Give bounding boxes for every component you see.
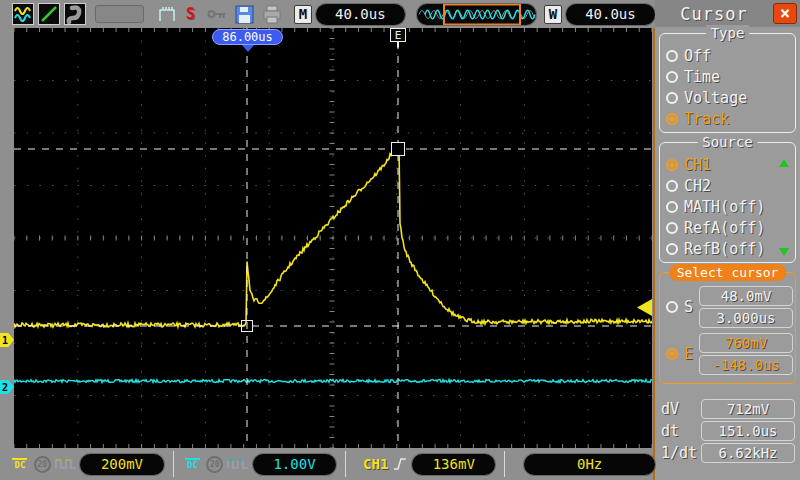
- option-label: Track: [684, 110, 729, 128]
- channel-status-bar: DC 20 200mV DC 20 1.00V CH1 136mV 0Hz: [0, 448, 655, 480]
- divider: [504, 451, 505, 477]
- waveform-display: E: [14, 28, 652, 448]
- dt-value: 151.0us: [701, 421, 795, 441]
- select-cursor-button[interactable]: Select cursor: [669, 264, 787, 281]
- window-timebase-badge: W: [544, 5, 562, 24]
- source-option-math[interactable]: MATH(off): [666, 196, 791, 217]
- delta-readouts: dV 712mV dt 151.0us 1/dt 6.62kHz: [659, 398, 796, 464]
- inverse-dt-readout: 1/dt 6.62kHz: [661, 442, 796, 464]
- graticule-area: E 86.00us: [14, 28, 652, 448]
- ch1-scale: 200mV: [80, 454, 163, 475]
- ch2-bandwidth-icon: 20: [206, 456, 223, 473]
- source-group-legend: Source: [697, 134, 758, 150]
- source-option-ch2[interactable]: CH2: [666, 175, 791, 196]
- end-cursor-voltage: 760mV: [699, 333, 793, 353]
- start-cursor-label: S: [684, 298, 693, 316]
- start-cursor-row[interactable]: S 48.0mV 3.000us: [666, 286, 791, 328]
- toolbar-empty-slot: [95, 5, 144, 23]
- ch1-probe-wave-icon: [55, 457, 77, 471]
- menu-title: Cursor: [655, 4, 773, 24]
- ch2-ground-marker: 2: [0, 380, 14, 394]
- start-cursor-time: 3.000us: [699, 308, 793, 328]
- end-cursor-label: E: [684, 345, 693, 363]
- channel-waves-button[interactable]: [12, 3, 34, 25]
- dv-value: 712mV: [701, 399, 795, 419]
- save-button[interactable]: [235, 5, 254, 24]
- key-lock-icon: [207, 7, 227, 21]
- ch1-coupling-icon: DC: [10, 458, 30, 470]
- type-option-time[interactable]: Time: [666, 66, 791, 87]
- end-cursor-row[interactable]: E 760mV -148.0us: [666, 333, 791, 375]
- type-group: Type Off Time Voltage Track: [659, 33, 796, 133]
- end-cursor-flag: E: [391, 29, 406, 48]
- radio-icon: [666, 201, 678, 213]
- select-cursor-group: Select cursor S 48.0mV 3.000us E 760mV -…: [659, 272, 796, 384]
- scroll-down-icon[interactable]: [779, 248, 789, 256]
- inverse-dt-label: 1/dt: [661, 444, 701, 462]
- dv-label: dV: [661, 400, 701, 418]
- trigger-frequency: 0Hz: [524, 454, 655, 475]
- source-option-refb[interactable]: RefB(off): [666, 238, 791, 259]
- scroll-up-icon[interactable]: [779, 159, 789, 167]
- option-label: Time: [684, 68, 720, 86]
- main-timebase-value: 40.0us: [316, 4, 405, 25]
- radio-icon: [666, 301, 678, 313]
- inverse-dt-value: 6.62kHz: [701, 443, 795, 463]
- start-cursor-voltage: 48.0mV: [699, 286, 793, 306]
- menu-header: Cursor ×: [655, 0, 800, 27]
- type-option-off[interactable]: Off: [666, 45, 791, 66]
- radio-icon: [666, 92, 678, 104]
- main-timebase-badge: M: [294, 5, 312, 24]
- radio-icon: [666, 159, 678, 171]
- type-option-voltage[interactable]: Voltage: [666, 87, 791, 108]
- dv-readout: dV 712mV: [661, 398, 796, 420]
- radio-icon: [666, 71, 678, 83]
- source-group: Source CH1 CH2 MATH(off) RefA(off) Ref: [659, 142, 796, 263]
- radio-icon: [666, 113, 678, 125]
- radio-icon: [666, 222, 678, 234]
- line-draw-button[interactable]: [38, 3, 60, 25]
- radio-icon: [666, 50, 678, 62]
- source-option-ch1[interactable]: CH1: [666, 154, 791, 175]
- snapshot-button[interactable]: [64, 3, 86, 25]
- trigger-level: 136mV: [412, 454, 495, 475]
- divider: [173, 451, 174, 477]
- cursor-menu: Type Off Time Voltage Track Source: [655, 27, 800, 480]
- ch2-scale: 1.00V: [253, 454, 336, 475]
- window-timebase-value: 40.0us: [566, 4, 655, 25]
- option-label: Voltage: [684, 89, 747, 107]
- rising-edge-icon: [392, 456, 408, 472]
- radio-icon: [666, 243, 678, 255]
- dt-label: dt: [661, 422, 701, 440]
- option-label: MATH(off): [684, 198, 765, 216]
- print-button[interactable]: [262, 5, 282, 24]
- close-icon[interactable]: ×: [773, 3, 797, 24]
- radio-icon: [666, 180, 678, 192]
- svg-text:E: E: [395, 29, 402, 42]
- trigger-source: CH1: [363, 456, 388, 472]
- green-line-icon: [39, 4, 59, 24]
- dual-sine-icon: [13, 4, 33, 24]
- radio-icon: [666, 348, 678, 360]
- oscilloscope-screen: S M 40.0us W 40.0us: [0, 0, 800, 480]
- end-cursor-time: -148.0us: [699, 355, 793, 375]
- horizontal-position-pointer: [242, 45, 254, 52]
- type-option-track[interactable]: Track: [666, 108, 791, 129]
- option-label: CH1: [684, 156, 711, 174]
- ch2-probe-wave-icon: [227, 457, 249, 471]
- option-label: RefA(off): [684, 219, 765, 237]
- waveform-preview: [417, 4, 536, 25]
- option-label: Off: [684, 47, 711, 65]
- stop-indicator: S: [186, 5, 195, 23]
- ch1-ground-marker: 1: [0, 333, 14, 347]
- type-group-legend: Type: [706, 25, 750, 41]
- photo-icon: [65, 4, 85, 24]
- option-label: CH2: [684, 177, 711, 195]
- ch1-bandwidth-icon: 20: [34, 456, 51, 473]
- divider: [345, 451, 346, 477]
- dt-readout: dt 151.0us: [661, 420, 796, 442]
- top-toolbar: S M 40.0us W 40.0us: [0, 0, 655, 28]
- ch2-coupling-icon: DC: [183, 458, 203, 470]
- source-option-refa[interactable]: RefA(off): [666, 217, 791, 238]
- horizontal-position-tag: 86.00us: [212, 29, 283, 45]
